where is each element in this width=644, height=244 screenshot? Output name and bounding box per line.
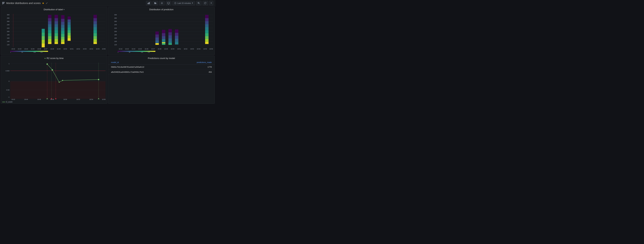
svg-rect-51 (54, 21, 58, 24)
svg-rect-132 (155, 43, 159, 45)
svg-rect-135 (162, 36, 166, 39)
svg-rect-66 (61, 37, 64, 40)
svg-text:16:42: 16:42 (119, 48, 122, 50)
svg-rect-73 (68, 28, 71, 30)
panel-title-label-container[interactable]: Distribution of label ▾ (44, 8, 64, 11)
model-id-1: f3665c752c9e498781eb9d7a300a8122 (111, 66, 144, 68)
table-row-1[interactable]: f3665c752c9e498781eb9d7a300a8122 1778 (108, 65, 214, 70)
svg-text:16:42: 16:42 (12, 98, 15, 100)
svg-text:16:54: 16:54 (197, 48, 200, 50)
svg-text:16:47: 16:47 (44, 48, 48, 50)
svg-text:16:54: 16:54 (90, 48, 93, 50)
svg-text:16:48: 16:48 (50, 98, 54, 100)
svg-rect-57 (54, 39, 58, 42)
panel-body-r2: 1 0.500 0 -0.50 -1 (1, 60, 107, 101)
save-button[interactable] (152, 1, 158, 6)
chart-type-button[interactable] (146, 1, 152, 6)
svg-rect-38 (42, 29, 45, 33)
svg-rect-148 (175, 39, 178, 42)
svg-rect-70 (68, 20, 71, 22)
share-icon[interactable]: ⤢ (46, 2, 48, 5)
svg-rect-43 (48, 27, 52, 30)
svg-rect-55 (54, 33, 58, 36)
svg-rect-130 (155, 37, 159, 40)
clock-icon (174, 2, 176, 4)
svg-text:16:52: 16:52 (76, 98, 80, 100)
dropdown-button[interactable]: ▾ (209, 1, 213, 6)
svg-rect-153 (205, 24, 209, 27)
refresh-button[interactable] (202, 1, 208, 6)
svg-text:16:53: 16:53 (83, 48, 86, 50)
svg-text:0: 0 (8, 80, 10, 82)
svg-text:16:45: 16:45 (138, 48, 142, 50)
svg-text:1: 1 (8, 63, 10, 65)
svg-text:16:56: 16:56 (209, 48, 213, 50)
svg-rect-64 (61, 31, 64, 34)
star-icon[interactable]: ★ (42, 2, 44, 5)
svg-text:16:44: 16:44 (24, 48, 28, 50)
svg-text:16:52: 16:52 (184, 48, 188, 50)
svg-rect-8 (149, 2, 150, 4)
time-range-button[interactable]: Last 15 minutes ▾ (172, 1, 195, 6)
svg-rect-78 (94, 15, 97, 18)
svg-point-200 (98, 79, 99, 80)
svg-rect-131 (155, 41, 159, 43)
svg-rect-1 (3, 2, 4, 3)
svg-text:16:56: 16:56 (102, 98, 106, 100)
svg-rect-40 (48, 18, 52, 21)
svg-rect-149 (175, 42, 178, 44)
panel-header-predictions: Predictions count by model (108, 56, 214, 60)
svg-rect-134 (162, 33, 166, 36)
svg-rect-2 (4, 2, 5, 3)
svg-text:100: 100 (34, 52, 36, 53)
svg-rect-133 (162, 30, 166, 33)
svg-rect-49 (54, 15, 58, 18)
svg-text:16:50: 16:50 (64, 48, 67, 50)
screen-button[interactable] (166, 1, 171, 6)
svg-rect-87 (94, 42, 97, 44)
svg-rect-81 (94, 24, 97, 27)
settings-icon (161, 2, 163, 4)
svg-text:50: 50 (21, 52, 23, 53)
panel-body-label: 300 280 260 240 220 200 180 160 140 120 (1, 12, 107, 55)
svg-rect-138 (162, 42, 166, 43)
svg-text:240: 240 (7, 24, 10, 26)
svg-rect-62 (61, 25, 64, 28)
svg-text:16:46: 16:46 (145, 48, 148, 50)
chevron-down-icon: ▾ (192, 2, 193, 4)
panel-header-r2: ♥ R2 score by time (1, 56, 107, 60)
svg-text:16:48: 16:48 (50, 48, 54, 50)
r2-legend-label: r2_score (6, 101, 12, 103)
distribution-label-chart: 300 280 260 240 220 200 180 160 140 120 (1, 12, 107, 55)
svg-rect-63 (61, 28, 64, 31)
svg-text:280: 280 (7, 17, 10, 19)
svg-rect-154 (205, 27, 209, 30)
svg-rect-37 (42, 33, 45, 36)
svg-text:1: 1 (10, 52, 11, 53)
svg-text:-1: -1 (8, 96, 10, 98)
top-bar-right: Last 15 minutes ▾ ▾ (146, 1, 213, 6)
settings-button[interactable] (159, 1, 165, 6)
panel-title-r2: R2 score by time (46, 57, 64, 60)
svg-rect-52 (54, 24, 58, 27)
zoom-button[interactable] (196, 1, 202, 6)
svg-rect-59 (61, 15, 64, 19)
svg-text:122: 122 (40, 52, 42, 53)
svg-text:1: 1 (118, 52, 118, 53)
svg-rect-45 (48, 33, 52, 36)
svg-rect-54 (54, 30, 58, 33)
svg-rect-157 (205, 36, 209, 39)
svg-rect-39 (48, 15, 52, 18)
svg-rect-142 (168, 38, 172, 41)
svg-text:16:52: 16:52 (76, 48, 80, 50)
svg-rect-86 (94, 39, 97, 42)
svg-rect-156 (205, 33, 209, 36)
svg-rect-159 (205, 42, 209, 44)
table-row-2[interactable]: afb204826ca6448681c72a6f40b176c5 456 (108, 70, 214, 75)
svg-text:240: 240 (114, 24, 117, 26)
svg-rect-128 (155, 32, 159, 35)
r2-score-chart: 1 0.500 0 -0.50 -1 (1, 60, 107, 101)
panel-dropdown-icon: ▾ (64, 9, 64, 11)
svg-rect-139 (168, 29, 172, 32)
panel-predictions-count: Predictions count by model model_id pred… (108, 56, 215, 104)
